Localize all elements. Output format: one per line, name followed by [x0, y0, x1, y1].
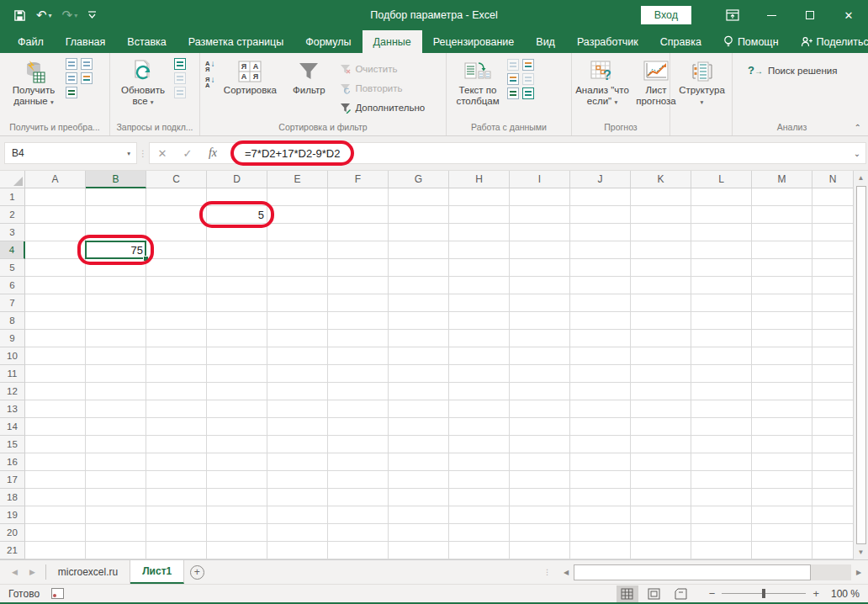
- cell-D19[interactable]: [207, 506, 267, 524]
- row-header-9[interactable]: 9: [0, 330, 25, 347]
- cell-J17[interactable]: [570, 471, 631, 489]
- next-sheet-icon[interactable]: ▶: [29, 568, 35, 576]
- cell-J5[interactable]: [570, 259, 631, 277]
- cell-C3[interactable]: [146, 224, 207, 241]
- cell-D15[interactable]: [207, 436, 267, 453]
- row-header-21[interactable]: 21: [0, 542, 25, 559]
- cell-F20[interactable]: [328, 524, 389, 542]
- collapse-ribbon-icon[interactable]: ⌃: [855, 123, 861, 132]
- cell-A14[interactable]: [25, 418, 86, 436]
- cell-F11[interactable]: [328, 365, 389, 383]
- cell-B11[interactable]: [86, 365, 146, 383]
- tab-help-assistant[interactable]: Помощн: [712, 35, 790, 48]
- filter-button[interactable]: Фильтр: [282, 56, 336, 96]
- zoom-level[interactable]: 100 %: [824, 588, 860, 600]
- column-header-F[interactable]: F: [328, 171, 389, 188]
- cell-E8[interactable]: [267, 312, 328, 330]
- customize-quick-access-icon[interactable]: [87, 11, 97, 19]
- cell-K3[interactable]: [631, 224, 691, 241]
- cell-F7[interactable]: [328, 294, 389, 312]
- cell-F8[interactable]: [328, 312, 389, 330]
- cell-E6[interactable]: [267, 277, 328, 294]
- cell-I12[interactable]: [510, 383, 570, 400]
- cell-N20[interactable]: [812, 524, 853, 542]
- cell-H14[interactable]: [449, 418, 510, 436]
- cell-J19[interactable]: [570, 506, 631, 524]
- cell-G5[interactable]: [389, 259, 449, 277]
- cell-A3[interactable]: [25, 224, 86, 241]
- cell-M1[interactable]: [752, 188, 812, 206]
- cell-B19[interactable]: [86, 506, 146, 524]
- cell-K10[interactable]: [631, 347, 691, 365]
- cell-B9[interactable]: [86, 330, 146, 347]
- cell-M6[interactable]: [752, 277, 812, 294]
- cell-J11[interactable]: [570, 365, 631, 383]
- minimize-button[interactable]: [752, 0, 791, 30]
- tab-вставка[interactable]: Вставка: [116, 30, 177, 53]
- cell-L11[interactable]: [691, 365, 752, 383]
- cell-A6[interactable]: [25, 277, 86, 294]
- sort-descending-button[interactable]: ЯА↓: [205, 77, 214, 88]
- cell-D5[interactable]: [207, 259, 267, 277]
- scroll-left-icon[interactable]: ◀: [558, 564, 574, 580]
- cell-F15[interactable]: [328, 436, 389, 453]
- what-if-analysis-button[interactable]: ? Анализ "что если" ▾: [575, 56, 629, 108]
- cell-E7[interactable]: [267, 294, 328, 312]
- cell-L14[interactable]: [691, 418, 752, 436]
- cell-G15[interactable]: [389, 436, 449, 453]
- cell-K2[interactable]: [631, 206, 691, 224]
- column-header-C[interactable]: C: [146, 171, 207, 188]
- cell-N19[interactable]: [812, 506, 853, 524]
- cell-B4[interactable]: 75: [86, 241, 146, 259]
- undo-button[interactable]: ↶▾: [36, 8, 52, 23]
- cell-I4[interactable]: [510, 241, 570, 259]
- cell-K8[interactable]: [631, 312, 691, 330]
- row-header-2[interactable]: 2: [0, 206, 25, 224]
- cell-H6[interactable]: [449, 277, 510, 294]
- cell-L13[interactable]: [691, 400, 752, 418]
- cell-grid[interactable]: ABCDEFGHIJKLMN12534755678910111213141516…: [0, 171, 853, 559]
- cell-M9[interactable]: [752, 330, 812, 347]
- row-header-4[interactable]: 4: [0, 241, 25, 259]
- data-validation-icon[interactable]: [507, 73, 519, 85]
- cell-I3[interactable]: [510, 224, 570, 241]
- cell-K4[interactable]: [631, 241, 691, 259]
- cell-K21[interactable]: [631, 542, 691, 559]
- edit-links-icon[interactable]: [174, 87, 186, 98]
- cell-J14[interactable]: [570, 418, 631, 436]
- cell-L16[interactable]: [691, 453, 752, 471]
- from-text-icon[interactable]: [66, 58, 77, 70]
- tab-данные[interactable]: Данные: [363, 30, 422, 53]
- column-header-J[interactable]: J: [570, 171, 631, 188]
- cell-K9[interactable]: [631, 330, 691, 347]
- cell-F10[interactable]: [328, 347, 389, 365]
- row-header-13[interactable]: 13: [0, 400, 25, 418]
- cell-I14[interactable]: [510, 418, 570, 436]
- cell-A21[interactable]: [25, 542, 86, 559]
- cell-G19[interactable]: [389, 506, 449, 524]
- cell-I8[interactable]: [510, 312, 570, 330]
- cell-B10[interactable]: [86, 347, 146, 365]
- redo-button[interactable]: ↷▾: [62, 8, 78, 23]
- tab-формулы[interactable]: Формулы: [294, 30, 362, 53]
- cell-A18[interactable]: [25, 489, 86, 506]
- expand-formula-bar-icon[interactable]: ⌄: [849, 149, 865, 158]
- cell-J2[interactable]: [570, 206, 631, 224]
- maximize-button[interactable]: [791, 0, 829, 30]
- cell-L6[interactable]: [691, 277, 752, 294]
- cell-K1[interactable]: [631, 188, 691, 206]
- sheet-tab-list1[interactable]: Лист1: [130, 560, 184, 584]
- cell-B3[interactable]: [86, 224, 146, 241]
- cell-A1[interactable]: [25, 188, 86, 206]
- cell-N2[interactable]: [812, 206, 853, 224]
- cell-D9[interactable]: [207, 330, 267, 347]
- zoom-out-icon[interactable]: −: [709, 587, 716, 600]
- cell-H20[interactable]: [449, 524, 510, 542]
- cell-D20[interactable]: [207, 524, 267, 542]
- cell-H21[interactable]: [449, 542, 510, 559]
- existing-connections-icon[interactable]: [81, 72, 93, 84]
- cell-N1[interactable]: [812, 188, 853, 206]
- cell-B8[interactable]: [86, 312, 146, 330]
- cell-L2[interactable]: [691, 206, 752, 224]
- cell-C18[interactable]: [146, 489, 207, 506]
